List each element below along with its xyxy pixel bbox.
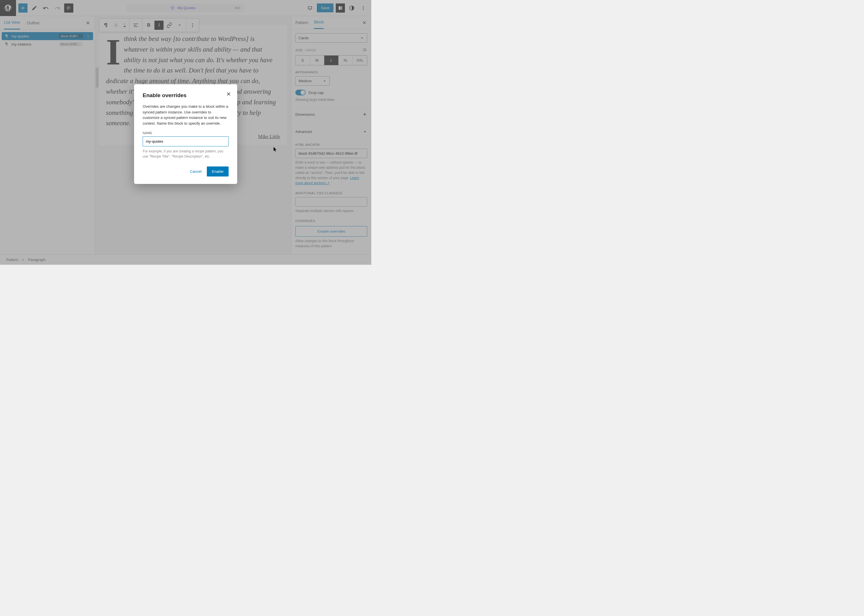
modal-cancel-button[interactable]: Cancel — [190, 169, 201, 174]
override-name-input[interactable] — [143, 137, 229, 146]
modal-close-button[interactable] — [225, 91, 232, 97]
modal-enable-button[interactable]: Enable — [207, 167, 229, 176]
mouse-cursor — [273, 147, 278, 153]
modal-name-label: NAME — [143, 131, 229, 135]
modal-title: Enable overrides — [143, 92, 229, 99]
modal-description: Overrides are changes you make to a bloc… — [143, 104, 229, 126]
enable-overrides-modal: Enable overrides Overrides are changes y… — [134, 84, 237, 184]
modal-hint: For example, if you are creating a recip… — [143, 149, 229, 159]
